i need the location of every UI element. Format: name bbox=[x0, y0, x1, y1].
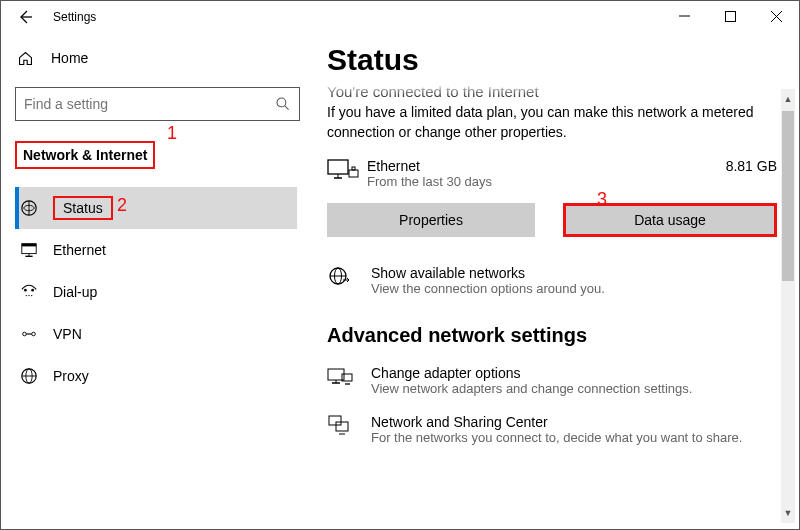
minimize-button[interactable] bbox=[661, 1, 707, 31]
svg-rect-37 bbox=[336, 422, 348, 431]
sidebar-item-label: Dial-up bbox=[53, 284, 97, 300]
svg-point-15 bbox=[28, 295, 29, 296]
show-networks-title: Show available networks bbox=[371, 265, 605, 281]
truncated-status-line: You're connected to the Internet bbox=[327, 83, 777, 97]
proxy-icon bbox=[19, 367, 39, 385]
properties-button[interactable]: Properties bbox=[327, 203, 535, 237]
sidebar-item-label: Ethernet bbox=[53, 242, 106, 258]
annotation-2: 2 bbox=[117, 195, 127, 216]
sidebar-section-header: Network & Internet bbox=[15, 141, 155, 169]
svg-rect-26 bbox=[349, 170, 358, 177]
status-icon bbox=[19, 199, 39, 217]
annotation-1: 1 bbox=[167, 123, 177, 144]
sidebar-nav: Status 2 Ethernet Dial-up VPN bbox=[15, 187, 297, 397]
annotation-3: 3 bbox=[597, 189, 607, 210]
adapter-icon bbox=[327, 365, 357, 396]
ethernet-device-icon bbox=[327, 158, 367, 186]
vpn-icon bbox=[19, 325, 39, 343]
sidebar-item-label: Status bbox=[63, 200, 103, 216]
ethernet-icon bbox=[19, 241, 39, 259]
maximize-button[interactable] bbox=[707, 1, 753, 31]
show-networks-link[interactable]: Show available networks View the connect… bbox=[327, 265, 777, 296]
svg-point-18 bbox=[32, 332, 36, 336]
adapter-title: Change adapter options bbox=[371, 365, 692, 381]
home-icon bbox=[17, 50, 35, 67]
svg-rect-23 bbox=[328, 160, 348, 174]
properties-button-label: Properties bbox=[399, 212, 463, 228]
sidebar-item-status[interactable]: Status 2 bbox=[15, 187, 297, 229]
scroll-down-icon[interactable]: ▼ bbox=[781, 505, 795, 521]
svg-line-5 bbox=[285, 106, 289, 110]
scrollbar[interactable]: ▲ ▼ bbox=[781, 89, 795, 523]
sidebar-item-vpn[interactable]: VPN bbox=[15, 313, 297, 355]
data-usage-button-label: Data usage bbox=[634, 212, 706, 228]
adapter-options-link[interactable]: Change adapter options View network adap… bbox=[327, 365, 777, 396]
svg-point-17 bbox=[23, 332, 27, 336]
svg-point-14 bbox=[26, 295, 27, 296]
advanced-heading: Advanced network settings bbox=[327, 324, 777, 347]
svg-point-4 bbox=[277, 98, 286, 107]
back-icon[interactable] bbox=[17, 9, 37, 25]
data-usage-button[interactable]: Data usage bbox=[563, 203, 777, 237]
svg-rect-27 bbox=[352, 167, 355, 170]
svg-point-16 bbox=[31, 295, 32, 296]
scrollbar-thumb[interactable] bbox=[782, 111, 794, 281]
window-controls bbox=[661, 1, 799, 31]
svg-rect-9 bbox=[22, 244, 36, 247]
sidebar-item-home[interactable]: Home bbox=[15, 39, 297, 77]
globe-icon bbox=[327, 265, 357, 296]
sidebar-item-ethernet[interactable]: Ethernet bbox=[15, 229, 297, 271]
sidebar-item-label: VPN bbox=[53, 326, 82, 342]
sidebar-item-label: Proxy bbox=[53, 368, 89, 384]
show-networks-sub: View the connection options around you. bbox=[371, 281, 605, 296]
adapter-sub: View network adapters and change connect… bbox=[371, 381, 692, 396]
close-button[interactable] bbox=[753, 1, 799, 31]
svg-rect-1 bbox=[725, 11, 735, 21]
sharing-sub: For the networks you connect to, decide … bbox=[371, 430, 742, 445]
main-pane: Status You're connected to the Internet … bbox=[311, 33, 799, 529]
network-sub: From the last 30 days bbox=[367, 174, 707, 189]
scroll-up-icon[interactable]: ▲ bbox=[781, 91, 795, 107]
sidebar: Home Network & Internet 1 Status 2 bbox=[1, 33, 311, 529]
sidebar-item-dialup[interactable]: Dial-up bbox=[15, 271, 297, 313]
svg-point-12 bbox=[24, 289, 27, 292]
svg-rect-36 bbox=[329, 416, 341, 425]
home-label: Home bbox=[51, 50, 88, 66]
network-name: Ethernet bbox=[367, 158, 707, 174]
svg-point-13 bbox=[31, 289, 34, 292]
status-description: If you have a limited data plan, you can… bbox=[327, 103, 777, 142]
search-box[interactable] bbox=[15, 87, 300, 121]
sharing-title: Network and Sharing Center bbox=[371, 414, 742, 430]
network-usage-value: 8.81 GB bbox=[707, 158, 777, 174]
sharing-center-link[interactable]: Network and Sharing Center For the netwo… bbox=[327, 414, 777, 445]
network-row: Ethernet From the last 30 days 8.81 GB bbox=[327, 158, 777, 189]
search-icon bbox=[275, 96, 291, 112]
search-input[interactable] bbox=[24, 96, 264, 112]
sidebar-item-proxy[interactable]: Proxy bbox=[15, 355, 297, 397]
window-title: Settings bbox=[53, 10, 96, 24]
sharing-icon bbox=[327, 414, 357, 445]
page-title: Status bbox=[327, 43, 777, 77]
dialup-icon bbox=[19, 283, 39, 301]
